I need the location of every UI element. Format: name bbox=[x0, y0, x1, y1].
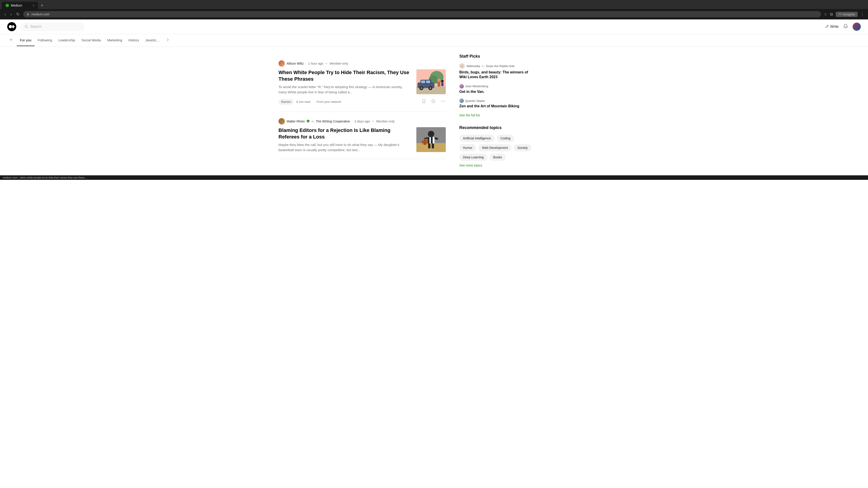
article-title[interactable]: Blaming Editors for a Rejection Is Like … bbox=[278, 127, 411, 140]
article-time: 2 days ago bbox=[354, 120, 370, 123]
topic-web-dev[interactable]: Web Development bbox=[478, 144, 512, 151]
hide-button[interactable] bbox=[430, 98, 436, 105]
staff-pick-title[interactable]: Get in the Van. bbox=[459, 90, 532, 94]
topic-books[interactable]: Books bbox=[490, 154, 506, 161]
article-text: When White People Try to Hide Their Raci… bbox=[278, 69, 411, 95]
logo[interactable]: Medium bbox=[7, 22, 16, 31]
meta-separator: · bbox=[305, 62, 306, 65]
star-button[interactable]: ☆ bbox=[824, 12, 827, 17]
nav-tabs: For you Following Leadership Social Medi… bbox=[0, 34, 868, 47]
tab-javascript[interactable]: JavaSc… bbox=[142, 35, 163, 46]
incognito-badge: Incognito bbox=[836, 12, 858, 17]
see-more-topics-link[interactable]: See more topics bbox=[459, 164, 532, 167]
article-card: Walter Rhein in The Writing Cooperative … bbox=[278, 112, 446, 159]
tab-bar: Medium × + bbox=[0, 0, 868, 9]
svg-point-37 bbox=[428, 131, 434, 137]
add-topic-button[interactable] bbox=[7, 34, 15, 46]
topic-deep-learning[interactable]: Deep Learning bbox=[459, 154, 487, 161]
staff-pick-title[interactable]: Zen and the Art of Mountain Biking bbox=[459, 104, 532, 109]
article-tag[interactable]: Racism bbox=[278, 99, 293, 105]
staff-pick-title[interactable]: Birds, bugs, and beauty: The winners of … bbox=[459, 70, 532, 79]
svg-rect-26 bbox=[438, 82, 440, 87]
author-name[interactable]: Walter Rhein bbox=[287, 120, 305, 123]
pick-pub-name[interactable]: Wikimedia bbox=[467, 64, 480, 68]
staff-pick-item: Quentin Septer Zen and the Art of Mounta… bbox=[459, 98, 532, 109]
browser-actions: ☆ ⧉ Incognito ⋮ bbox=[824, 12, 864, 17]
active-tab[interactable]: Medium × bbox=[2, 2, 38, 9]
svg-rect-3 bbox=[27, 14, 29, 15]
svg-rect-20 bbox=[426, 80, 430, 83]
svg-rect-36 bbox=[416, 143, 446, 152]
article-meta: Walter Rhein in The Writing Cooperative … bbox=[278, 118, 446, 125]
topic-humor[interactable]: Humor bbox=[459, 144, 476, 151]
search-icon bbox=[25, 25, 28, 29]
article-thumbnail[interactable] bbox=[416, 69, 446, 94]
tab-favicon bbox=[5, 4, 9, 7]
url-display[interactable]: medium.com bbox=[31, 12, 818, 16]
see-full-list-link[interactable]: See the full list bbox=[459, 113, 480, 117]
from-network: From your network bbox=[317, 100, 341, 103]
meta-separator: in bbox=[311, 120, 314, 123]
logo-icon bbox=[7, 22, 16, 31]
lock-icon bbox=[26, 13, 30, 16]
publication-name[interactable]: The Writing Cooperative bbox=[316, 120, 350, 123]
staff-pick-meta: W Wikimedia in Down the Rabbit Hole bbox=[459, 63, 532, 69]
tab-label: Medium bbox=[11, 4, 22, 7]
article-meta: Allison Wiltz · 1 hour ago ✦ Member-only bbox=[278, 60, 446, 67]
bookmark-button[interactable] bbox=[421, 98, 427, 105]
member-badge: ✦ bbox=[372, 120, 374, 123]
article-thumbnail-image bbox=[416, 69, 446, 94]
address-bar[interactable]: medium.com bbox=[23, 11, 821, 18]
search-bar[interactable]: Search bbox=[21, 23, 84, 31]
staff-pick-author-icon bbox=[459, 98, 464, 103]
tab-following[interactable]: Following bbox=[35, 35, 55, 46]
verified-icon bbox=[307, 120, 310, 123]
svg-point-32 bbox=[442, 101, 443, 102]
topic-coding[interactable]: Coding bbox=[497, 135, 514, 142]
tab-close-btn[interactable]: × bbox=[33, 4, 34, 7]
user-avatar[interactable] bbox=[852, 23, 861, 31]
tab-scroll-right[interactable] bbox=[164, 34, 172, 46]
staff-pick-item: Joan Westenberg Get in the Van. bbox=[459, 84, 532, 94]
notification-bell[interactable] bbox=[843, 24, 848, 30]
article-title[interactable]: When White People Try to Hide Their Raci… bbox=[278, 69, 411, 82]
tab-for-you[interactable]: For you bbox=[17, 35, 35, 46]
pick-author-name[interactable]: Joan Westenberg bbox=[465, 85, 488, 88]
tab-history[interactable]: History bbox=[125, 35, 142, 46]
tab-social-media[interactable]: Social Media bbox=[78, 35, 104, 46]
staff-pick-author-icon bbox=[459, 84, 464, 89]
recommended-topics-section: Recommended topics Artificial Intelligen… bbox=[459, 125, 532, 167]
pick-author-name[interactable]: Quentin Septer bbox=[465, 99, 485, 103]
svg-text:W: W bbox=[461, 65, 463, 67]
article-thumbnail-image bbox=[416, 127, 446, 152]
tab-marketing[interactable]: Marketing bbox=[104, 35, 125, 46]
more-options-button[interactable] bbox=[440, 98, 446, 105]
more-button[interactable]: ⋮ bbox=[860, 12, 864, 17]
member-only-label: Member-only bbox=[376, 120, 395, 123]
author-name[interactable]: Allison Wiltz bbox=[287, 62, 304, 65]
browser-chrome: Medium × + ‹ › ↻ medium.com ☆ ⧉ Incognit… bbox=[0, 0, 868, 20]
svg-point-6 bbox=[12, 25, 14, 28]
pick-channel[interactable]: Down the Rabbit Hole bbox=[486, 64, 515, 68]
svg-point-27 bbox=[441, 80, 444, 83]
split-button[interactable]: ⧉ bbox=[830, 12, 833, 17]
article-thumbnail[interactable] bbox=[416, 127, 446, 152]
topic-ai[interactable]: Artificial Intelligence bbox=[459, 135, 495, 142]
author-avatar[interactable] bbox=[278, 118, 285, 125]
topic-society[interactable]: Society bbox=[514, 144, 531, 151]
article-content: When White People Try to Hide Their Raci… bbox=[278, 69, 446, 95]
member-only-label: Member-only bbox=[330, 62, 348, 65]
svg-line-9 bbox=[27, 27, 28, 28]
refresh-button[interactable]: ↻ bbox=[16, 11, 21, 18]
staff-picks-title: Staff Picks bbox=[459, 54, 532, 59]
meta-separator: · bbox=[352, 120, 352, 123]
author-avatar[interactable] bbox=[278, 60, 285, 67]
forward-button[interactable]: › bbox=[9, 11, 13, 18]
article-footer: Racism 8 min read · From your network bbox=[278, 98, 446, 105]
article-excerpt: To avoid the scarlet letter "R," they're… bbox=[278, 85, 411, 95]
back-button[interactable]: ‹ bbox=[4, 11, 7, 18]
new-tab-button[interactable]: + bbox=[39, 2, 45, 9]
tab-leadership[interactable]: Leadership bbox=[55, 35, 78, 46]
write-button[interactable]: Write bbox=[825, 25, 839, 29]
status-bar-text: medium.com/.../when-white-people-try-to-… bbox=[3, 176, 87, 179]
